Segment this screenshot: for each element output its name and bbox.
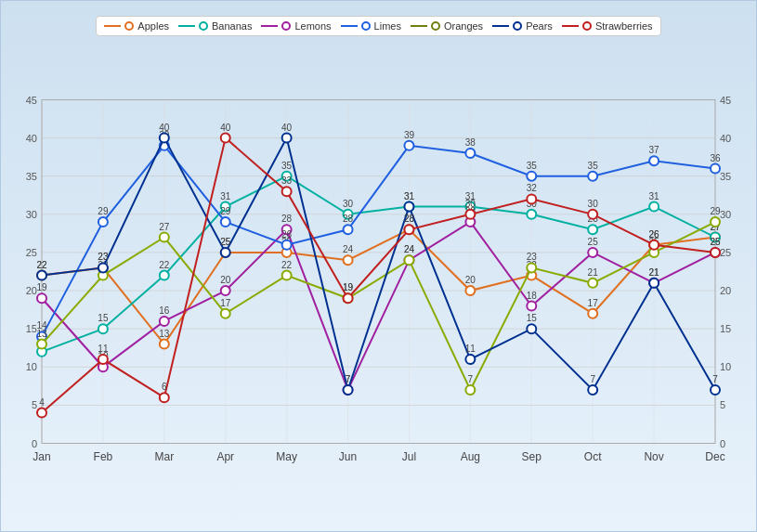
svg-point-155 — [160, 233, 169, 242]
svg-point-203 — [160, 393, 169, 402]
legend-item-oranges: Oranges — [411, 20, 483, 32]
svg-point-173 — [711, 217, 720, 227]
svg-point-129 — [98, 217, 108, 227]
svg-text:25: 25 — [710, 237, 721, 247]
svg-point-185 — [344, 385, 353, 395]
legend-label: Limes — [374, 20, 401, 32]
svg-text:20: 20 — [720, 285, 731, 296]
svg-point-201 — [98, 355, 108, 364]
svg-point-83 — [160, 271, 169, 280]
legend-label: Pears — [526, 20, 553, 32]
svg-point-97 — [588, 225, 597, 234]
svg-text:30: 30 — [720, 209, 731, 220]
svg-point-217 — [588, 210, 597, 219]
svg-point-107 — [160, 317, 169, 326]
svg-point-169 — [588, 279, 597, 288]
svg-point-137 — [344, 225, 353, 234]
svg-point-213 — [465, 210, 475, 219]
svg-point-119 — [527, 302, 536, 311]
legend-item-pears: Pears — [492, 20, 553, 32]
svg-text:26: 26 — [649, 229, 660, 240]
svg-text:Aug: Aug — [461, 450, 480, 463]
svg-point-211 — [404, 225, 413, 234]
svg-text:30: 30 — [343, 199, 354, 209]
svg-text:29: 29 — [710, 206, 721, 216]
svg-text:30: 30 — [465, 199, 476, 209]
svg-point-103 — [37, 293, 46, 303]
svg-text:15: 15 — [26, 323, 37, 334]
svg-text:5: 5 — [32, 399, 37, 410]
svg-point-179 — [160, 134, 169, 143]
svg-point-147 — [649, 156, 659, 165]
svg-text:18: 18 — [527, 291, 538, 301]
svg-text:32: 32 — [527, 183, 538, 193]
svg-text:35: 35 — [26, 171, 37, 182]
chart-container: Apples Bananas Lemons Limes Oranges Pear… — [0, 0, 757, 532]
svg-point-193 — [588, 385, 597, 395]
svg-point-139 — [404, 141, 413, 150]
svg-text:21: 21 — [588, 267, 599, 278]
svg-text:10: 10 — [26, 361, 37, 372]
svg-text:20: 20 — [220, 275, 231, 285]
svg-point-159 — [282, 271, 292, 280]
svg-point-143 — [527, 172, 536, 181]
legend-item-limes: Limes — [341, 20, 401, 32]
svg-text:40: 40 — [281, 123, 293, 133]
svg-text:Nov: Nov — [644, 450, 663, 463]
svg-point-141 — [465, 149, 475, 158]
svg-text:25: 25 — [720, 247, 731, 258]
svg-text:40: 40 — [220, 123, 231, 133]
svg-text:17: 17 — [588, 298, 599, 308]
legend-item-strawberries: Strawberries — [562, 20, 653, 32]
legend-item-apples: Apples — [104, 20, 169, 32]
svg-point-165 — [465, 385, 475, 395]
svg-point-205 — [221, 134, 230, 143]
svg-point-163 — [404, 255, 413, 265]
svg-text:36: 36 — [710, 153, 721, 163]
svg-text:Jun: Jun — [339, 450, 357, 463]
svg-point-145 — [588, 172, 597, 181]
svg-text:21: 21 — [649, 267, 660, 278]
svg-text:Mar: Mar — [154, 450, 174, 463]
svg-point-207 — [282, 187, 292, 196]
svg-text:45: 45 — [26, 95, 37, 106]
svg-text:25: 25 — [588, 237, 599, 247]
svg-text:20: 20 — [465, 275, 476, 285]
svg-text:27: 27 — [159, 222, 170, 232]
svg-text:22: 22 — [159, 260, 170, 270]
svg-text:31: 31 — [649, 191, 660, 201]
svg-point-65 — [344, 255, 353, 265]
svg-text:7: 7 — [346, 374, 351, 384]
svg-text:19: 19 — [36, 282, 47, 292]
svg-point-221 — [711, 248, 720, 257]
svg-text:30: 30 — [26, 209, 37, 220]
svg-text:22: 22 — [281, 260, 293, 270]
svg-text:Jul: Jul — [402, 450, 416, 463]
svg-text:30: 30 — [588, 199, 599, 209]
legend-item-bananas: Bananas — [178, 20, 252, 32]
legend-label: Strawberries — [595, 20, 653, 32]
svg-text:35: 35 — [588, 161, 599, 171]
svg-point-151 — [37, 340, 46, 349]
svg-text:5: 5 — [720, 399, 725, 410]
svg-text:37: 37 — [649, 145, 660, 155]
svg-text:7: 7 — [590, 374, 595, 384]
svg-text:Sep: Sep — [522, 450, 542, 463]
svg-text:22: 22 — [36, 260, 47, 270]
legend: Apples Bananas Lemons Limes Oranges Pear… — [96, 16, 660, 36]
svg-text:13: 13 — [159, 329, 170, 339]
svg-text:19: 19 — [343, 282, 354, 292]
svg-text:23: 23 — [527, 252, 538, 262]
svg-text:16: 16 — [159, 305, 170, 316]
svg-point-191 — [527, 324, 536, 333]
svg-point-183 — [282, 134, 292, 143]
svg-text:7: 7 — [468, 374, 474, 384]
svg-text:17: 17 — [220, 298, 231, 308]
svg-text:25: 25 — [220, 237, 231, 247]
svg-text:29: 29 — [220, 206, 231, 216]
svg-text:40: 40 — [26, 133, 37, 144]
svg-text:28: 28 — [343, 214, 354, 224]
svg-text:Jan: Jan — [33, 450, 50, 463]
svg-text:38: 38 — [465, 137, 476, 148]
svg-text:28: 28 — [281, 214, 293, 224]
